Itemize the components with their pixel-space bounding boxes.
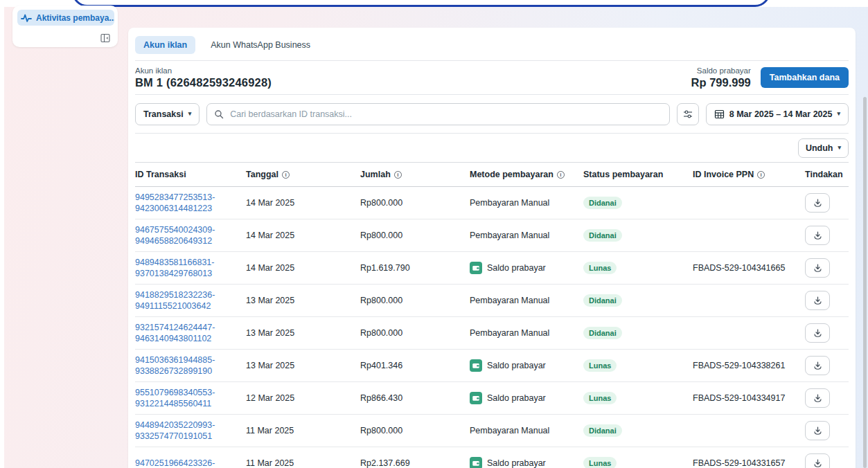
table-row: 9448942035220993-9332574770191051 11 Mar…: [135, 415, 849, 447]
download-invoice-button[interactable]: [805, 291, 830, 310]
transaction-date: 14 Mar 2025: [246, 198, 360, 208]
prepaid-balance-amount: Rp 799.999: [691, 76, 751, 89]
transaction-id-link[interactable]: 9321574124624447-9463140943801102: [135, 322, 215, 345]
payment-method: Saldo prabayar: [487, 263, 546, 273]
transaction-type-dropdown[interactable]: Transaksi ▾: [135, 103, 200, 125]
payment-status-badge: Didanai: [583, 424, 622, 437]
payment-status-badge: Didanai: [583, 294, 622, 307]
payment-status-badge: Lunas: [583, 262, 617, 274]
download-invoice-button[interactable]: [805, 421, 830, 440]
transaction-date: 14 Mar 2025: [246, 231, 360, 240]
info-icon[interactable]: i: [757, 171, 765, 179]
transactions-table-body: 9495283477253513-9423006314481223 14 Mar…: [135, 187, 849, 468]
tab-ad-account[interactable]: Akun iklan: [135, 36, 195, 54]
payment-method: Pembayaran Manual: [470, 231, 549, 240]
table-row: 9415036361944885-9338826732899190 13 Mar…: [135, 350, 849, 382]
vertical-scrollbar[interactable]: [863, 97, 867, 468]
account-tabs: Akun iklan Akun WhatsApp Business: [135, 28, 849, 61]
table-row: 9467575540024309-9494658820649312 14 Mar…: [135, 219, 849, 252]
transaction-amount: Rp800.000: [360, 296, 470, 305]
payment-method: Pembayaran Manual: [470, 198, 549, 208]
account-name: BM 1 (626482593246928): [135, 76, 272, 89]
info-icon[interactable]: i: [282, 171, 290, 179]
transaction-id-link[interactable]: 9470251966423326-: [135, 458, 215, 468]
column-header: ID Transaksi: [135, 170, 246, 179]
transaction-id-link[interactable]: 9448942035220993-9332574770191051: [135, 420, 215, 442]
transaction-id-link[interactable]: 9467575540024309-9494658820649312: [135, 224, 215, 247]
transaction-id-link[interactable]: 9551079698340553-9312214485560411: [135, 387, 215, 410]
payment-status-badge: Didanai: [583, 229, 622, 242]
transaction-amount: Rp401.346: [360, 361, 470, 370]
highlight-outline: [72, 0, 770, 7]
column-header: ID Invoice PPNi: [693, 170, 805, 179]
column-header: Metode pembayarani: [470, 170, 583, 179]
sidebar-panel: Aktivitas pembaya...: [12, 6, 118, 47]
info-icon[interactable]: i: [394, 171, 402, 179]
transaction-id-link[interactable]: 9418829518232236-9491115521003642: [135, 289, 215, 312]
column-header: Tindakan: [805, 170, 849, 179]
prepaid-balance-label: Saldo prabayar: [691, 66, 751, 75]
table-row: 9470251966423326- 11 Mar 2025 Rp2.137.66…: [135, 447, 849, 468]
collapse-sidebar-icon[interactable]: [99, 32, 111, 44]
download-invoice-button[interactable]: [805, 323, 830, 343]
transaction-amount: Rp866.430: [360, 393, 470, 403]
table-row: 9418829518232236-9491115521003642 13 Mar…: [135, 285, 849, 317]
download-icon: [813, 393, 823, 404]
payment-status-badge: Lunas: [583, 392, 617, 404]
payment-method: Saldo prabayar: [487, 361, 546, 370]
payment-method: Pembayaran Manual: [470, 296, 549, 305]
payment-method: Saldo prabayar: [487, 393, 546, 403]
account-header: Akun iklan BM 1 (626482593246928) Saldo …: [135, 61, 849, 95]
payment-status-badge: Didanai: [583, 327, 622, 339]
transaction-id-link[interactable]: 9489483581166831-9370138429768013: [135, 257, 214, 280]
transaction-date: 14 Mar 2025: [246, 263, 360, 273]
transaction-date: 11 Mar 2025: [246, 458, 360, 468]
column-header: Tanggali: [246, 170, 360, 179]
payment-method: Saldo prabayar: [487, 458, 546, 468]
wallet-icon: [470, 457, 482, 468]
table-row: 9495283477253513-9423006314481223 14 Mar…: [135, 187, 849, 219]
table-row: 9321574124624447-9463140943801102 13 Mar…: [135, 317, 849, 350]
download-icon: [813, 426, 823, 436]
invoice-id: FBADS-529-104341665: [693, 263, 805, 273]
download-icon: [813, 231, 823, 241]
payment-status-badge: Lunas: [583, 359, 617, 372]
chevron-down-icon: ▾: [838, 145, 841, 151]
tab-whatsapp-business[interactable]: Akun WhatsApp Business: [202, 36, 319, 54]
calendar-icon: [714, 109, 725, 119]
info-icon[interactable]: i: [557, 171, 565, 179]
transaction-date: 12 Mar 2025: [246, 393, 360, 403]
invoice-id: FBADS-529-104331657: [693, 458, 805, 468]
download-invoice-button[interactable]: [805, 453, 830, 468]
search-input[interactable]: [229, 109, 662, 120]
date-range-picker[interactable]: 8 Mar 2025 – 14 Mar 2025 ▾: [706, 103, 849, 125]
filter-settings-button[interactable]: [677, 103, 699, 125]
transaction-id-link[interactable]: 9415036361944885-9338826732899190: [135, 354, 215, 377]
payment-method: Pembayaran Manual: [470, 426, 549, 435]
transaction-date: 13 Mar 2025: [246, 328, 360, 338]
download-icon: [813, 361, 823, 371]
download-invoice-button[interactable]: [805, 356, 830, 375]
transaction-id-link[interactable]: 9495283477253513-9423006314481223: [135, 192, 215, 215]
transaction-amount: Rp800.000: [360, 328, 470, 338]
sidebar-item-payment-activity[interactable]: Aktivitas pembaya...: [17, 10, 114, 26]
payment-method: Pembayaran Manual: [470, 328, 549, 338]
add-funds-button[interactable]: Tambahkan dana: [761, 67, 849, 88]
download-invoice-button[interactable]: [805, 258, 830, 278]
download-invoice-button[interactable]: [805, 388, 830, 408]
invoice-id: FBADS-529-104338261: [693, 361, 805, 370]
transaction-date: 11 Mar 2025: [246, 426, 360, 435]
search-field[interactable]: [206, 103, 670, 125]
chevron-down-icon: ▾: [188, 111, 192, 117]
download-invoice-button[interactable]: [805, 193, 830, 213]
payment-status-badge: Lunas: [583, 457, 617, 468]
transaction-amount: Rp1.619.790: [360, 263, 470, 273]
download-dropdown-button[interactable]: Unduh ▾: [798, 138, 849, 158]
table-row: 9489483581166831-9370138429768013 14 Mar…: [135, 252, 849, 285]
transaction-amount: Rp800.000: [360, 198, 470, 208]
download-icon: [813, 458, 823, 468]
download-invoice-button[interactable]: [805, 226, 830, 245]
wallet-icon: [470, 359, 482, 372]
transaction-date: 13 Mar 2025: [246, 361, 360, 370]
download-icon: [813, 328, 823, 339]
